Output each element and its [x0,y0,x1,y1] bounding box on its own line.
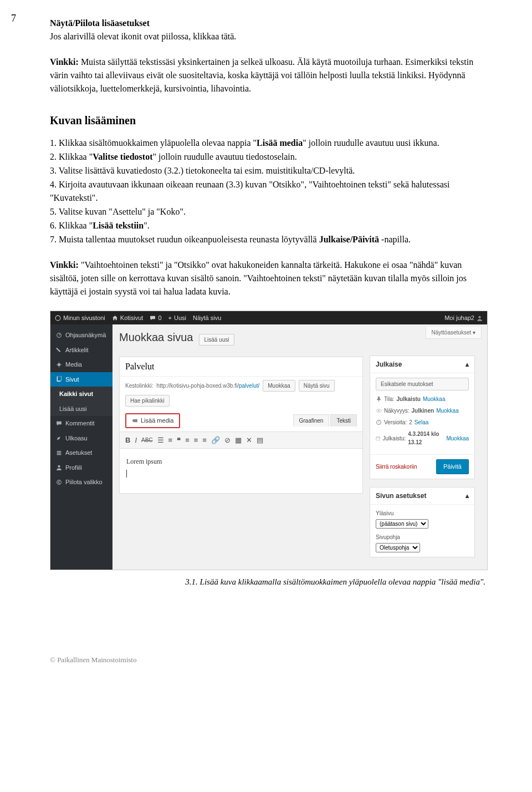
sidebar-item-settings[interactable]: Asetukset [50,445,112,460]
svg-point-9 [58,465,60,468]
eye-icon [376,408,382,414]
new-button[interactable]: + Uusi [168,313,186,323]
panel-title: Sivun asetukset [376,491,426,501]
svg-point-3 [58,363,61,367]
ol-icon[interactable]: ≡ [168,435,173,446]
view-page-button[interactable]: Näytä sivu [299,380,335,392]
sidebar-item-appearance[interactable]: Ulkoasu [50,431,112,446]
editor-main: Näyttöasetukset ▾ Muokkaa sivua Lisää uu… [112,324,487,570]
list-item-bold: Valitse tiedostot [93,152,152,161]
permalink-base: http://kotisivu-pohja-boxed.w3b.fi/ [157,383,239,389]
template-label: Sivupohja [376,533,469,541]
sidebar-sub-add-new[interactable]: Lisää uusi [50,402,112,417]
sidebar-item-media[interactable]: Media [50,357,112,372]
sidebar-item-comments[interactable]: Kommentit [50,416,112,431]
update-button[interactable]: Päivitä [436,459,469,474]
list-item-bold: Lisää tekstiin [93,221,144,230]
sidebar-collapse[interactable]: Piilota valikko [50,475,112,490]
add-new-button[interactable]: Lisää uusi [199,334,234,346]
revisions-icon [376,419,382,425]
svg-rect-8 [57,454,62,455]
list-item: 5. Valitse kuvan "Asettelu" ja "Koko". [50,205,488,219]
section-heading: Kuvan lisääminen [50,112,488,129]
page-footer: © Paikallinen Mainostoimisto [50,654,488,666]
body-text: Jos alarivillä olevat ikonit ovat piilos… [50,32,236,41]
sidebar-item-pages[interactable]: Sivut [50,372,112,387]
text-tab[interactable]: Teksti [330,414,357,427]
list-item-bold: Julkaise/Päivitä [319,235,379,244]
align-left-icon[interactable]: ≡ [185,435,190,446]
svg-point-1 [478,316,480,318]
ul-icon[interactable]: ☰ [157,435,164,446]
page-number: 7 [11,11,16,26]
link-icon[interactable]: 🔗 [211,435,220,446]
screen-options-button[interactable]: Näyttöasetukset ▾ [426,327,482,339]
bold-icon[interactable]: B [125,435,130,446]
panel-toggle-icon[interactable]: ▴ [466,491,469,501]
admin-topbar: Minun sivustoni Kotisivut 0 + Uusi Näytä… [50,311,487,324]
preview-button[interactable]: Esikatsele muutokset [376,378,469,390]
align-center-icon[interactable]: ≡ [194,435,198,446]
svg-point-14 [378,410,379,411]
shortlink-button[interactable]: Hae pikalinkki [125,395,170,407]
edit-permalink-button[interactable]: Muokkaa [263,380,295,392]
calendar-icon [376,435,381,441]
permalink-slug[interactable]: palvelut/ [239,383,259,389]
svg-point-0 [55,316,60,321]
list-item: ". [144,221,150,230]
toggle-icon[interactable]: ▤ [257,435,263,446]
more-icon[interactable]: ▦ [235,435,242,446]
parent-select[interactable]: (päätason sivu) [376,519,428,529]
align-right-icon[interactable]: ≡ [202,435,207,446]
page-title: Muokkaa sivua [119,329,193,346]
visual-tab[interactable]: Graafinen [293,414,330,427]
list-item: -napilla. [379,235,411,244]
unlink-icon[interactable]: ⊘ [224,435,231,446]
panel-toggle-icon[interactable]: ▴ [466,359,469,369]
italic-icon[interactable]: I [135,435,137,446]
svg-rect-6 [57,451,62,452]
pin-icon [376,396,382,402]
body-text: Muista säilyttää tekstissäsi yksinkertai… [50,57,473,93]
title-input[interactable] [120,357,362,377]
trash-link[interactable]: Siirrä roskakoriin [376,463,417,471]
sidebar-item-profile[interactable]: Profiili [50,460,112,475]
mysite-menu[interactable]: Minun sivustoni [55,313,105,323]
panel-title: Julkaise [376,359,402,369]
greeting[interactable]: Moi juhap2 [444,313,483,323]
wordpress-screenshot: Minun sivustoni Kotisivut 0 + Uusi Näytä… [50,311,488,570]
sidebar-item-dashboard[interactable]: Ohjausnäkymä [50,328,112,343]
figure-caption: 3.1. Lisää kuva klikkaamalla sisältömuok… [50,576,488,588]
list-item: 6. Klikkaa " [50,221,93,230]
list-item: 1. Klikkaa sisältömuokkaimen yläpuolella… [50,138,257,148]
page-attributes-panel: Sivun asetukset▴ Yläsivu (päätason sivu)… [370,487,475,557]
list-item: 7. Muista tallentaa muutokset ruudun oik… [50,235,319,244]
edit-visibility-link[interactable]: Muokkaa [436,407,459,415]
template-select[interactable]: Oletuspohja [376,543,420,552]
edit-date-link[interactable]: Muokkaa [446,434,469,443]
list-item: 3. Valitse lisättävä kuvatiedosto (3.2.)… [50,164,488,177]
admin-sidebar: Ohjausnäkymä Artikkelit Media Sivut Kaik… [50,324,112,570]
fullscreen-icon[interactable]: ✕ [246,435,252,446]
sidebar-sub-all-pages[interactable]: Kaikki sivut [50,387,112,402]
list-item: " jolloin ruudulle avautuu uusi ikkuna. [303,138,439,148]
home-link[interactable]: Kotisivut [112,313,144,323]
strike-icon[interactable]: ABC [141,435,153,446]
view-page-link[interactable]: Näytä sivu [193,313,221,323]
comments-link[interactable]: 0 [150,313,161,323]
browse-revisions-link[interactable]: Selaa [415,418,429,427]
section-heading: Näytä/Piilota lisäasetukset [50,18,150,28]
sidebar-item-posts[interactable]: Artikkelit [50,343,112,358]
list-item: " jolloin ruudulle avautuu tiedostoselai… [152,152,296,161]
svg-point-10 [57,480,62,484]
content-editor[interactable]: Lorem ipsum [120,449,362,493]
svg-rect-7 [57,453,62,454]
publish-panel: Julkaise▴ Esikatsele muutokset Tila: Jul… [370,356,475,479]
body-text: "Vaihtoehtoinen teksti" ja "Otsikko" ova… [50,260,467,296]
quote-icon[interactable]: ❝ [177,435,181,446]
edit-status-link[interactable]: Muokkaa [423,395,446,403]
add-media-button[interactable]: Lisää media [125,413,180,428]
svg-rect-12 [135,419,137,423]
permalink-label: Kestolinkki: [125,382,154,390]
editor-toolbar: B I ABC ☰ ≡ ❝ ≡ ≡ ≡ 🔗 ⊘ ▦ ✕ [120,431,362,449]
